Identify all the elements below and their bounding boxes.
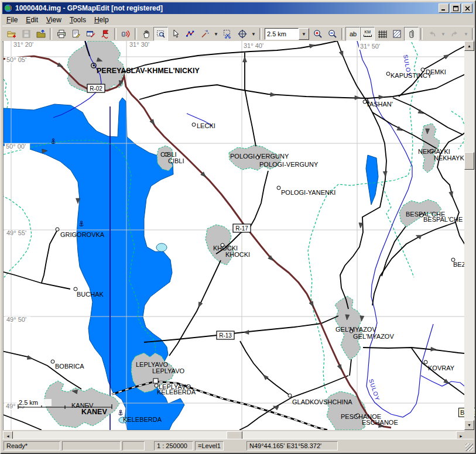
toggle-grid-button[interactable] xyxy=(375,27,389,41)
city-label: DEMKI xyxy=(426,68,446,75)
app-icon xyxy=(4,4,13,13)
menu-view[interactable]: View xyxy=(42,15,66,25)
toolbar-separator xyxy=(472,28,474,40)
status-map-scale: 1 : 250000 xyxy=(154,441,193,450)
undo-dropdown[interactable]: ▼ xyxy=(439,27,447,41)
grid-coordinate-label: 31° 20' xyxy=(13,41,33,48)
zoom-in-button[interactable] xyxy=(310,27,325,41)
city-label: LEPLYAVO xyxy=(152,367,184,374)
toolbar: ▼▼2.5 km▼abKM▼▼ xyxy=(2,26,474,42)
toggle-ruler-button[interactable]: KM xyxy=(360,27,375,41)
redo-dropdown[interactable]: ▼ xyxy=(462,27,470,41)
select-tool-button[interactable] xyxy=(168,27,183,41)
close-map-button[interactable] xyxy=(33,27,48,41)
city-point xyxy=(155,384,158,387)
status-bar: Ready* 1 : 250000 =Level1 N49°44.165' E3… xyxy=(2,439,474,452)
move-map-button[interactable] xyxy=(235,27,249,41)
toolbar-separator xyxy=(420,28,423,40)
status-ready: Ready* xyxy=(4,441,60,450)
city-label: TASHAN' xyxy=(366,101,393,108)
window-title: 10000404.img - GPSMapEdit [not registere… xyxy=(15,4,163,12)
route-flag-button[interactable] xyxy=(98,27,112,41)
edit-header-button[interactable] xyxy=(83,27,98,41)
city-label: KELEBERDA xyxy=(123,416,162,423)
grid-coordinate-label: 31° 40' xyxy=(244,42,263,49)
city-label: POLOGI-VERGUNY xyxy=(230,153,289,160)
scalebar-label: 2.5 km xyxy=(19,399,38,406)
city-point xyxy=(192,123,196,126)
river-label: SULOY xyxy=(368,378,381,401)
map-scale-combo[interactable]: 2.5 km▼ xyxy=(265,28,309,40)
toolbar-separator xyxy=(50,28,52,40)
vertical-scroll-thumb[interactable] xyxy=(464,152,474,170)
city-point xyxy=(424,360,427,364)
zoom-select-tool-button[interactable] xyxy=(153,27,168,41)
city-label: KOVRAY xyxy=(428,364,455,372)
city-label: KANEV xyxy=(81,408,107,416)
pan-tool-button[interactable] xyxy=(139,27,153,41)
city-label: PEREYASLAV-KHMEL'NICKIY xyxy=(97,67,200,75)
menu-bar: FileEditViewToolsHelp xyxy=(2,14,474,26)
toolbar-separator xyxy=(135,28,137,40)
menu-help[interactable]: Help xyxy=(90,15,113,25)
menu-file[interactable]: File xyxy=(2,15,22,25)
road-ref-label: R-13 xyxy=(219,332,232,339)
magic-wand-dropdown[interactable]: ▼ xyxy=(212,27,220,41)
maximize-button[interactable] xyxy=(450,4,461,13)
properties-button[interactable] xyxy=(69,27,83,41)
trim-button[interactable] xyxy=(220,27,235,41)
status-zoom-level: =Level1 xyxy=(195,441,224,450)
city-label: NEKHAYKI xyxy=(434,154,466,161)
city-label: KHOCKI xyxy=(225,251,250,258)
city-label: GLADKOVSHCHINA xyxy=(292,398,352,405)
vertical-scrollbar[interactable]: ▲ ▼ xyxy=(464,41,474,430)
svg-text:ab: ab xyxy=(350,30,357,37)
print-button[interactable] xyxy=(54,27,69,41)
city-point xyxy=(56,228,59,231)
scroll-down-button[interactable]: ▼ xyxy=(464,420,474,430)
city-label: BOBRICA xyxy=(55,363,84,370)
grid-coordinate-label: 49° 55' xyxy=(6,229,26,236)
city-label: KANEV xyxy=(71,402,94,409)
undo-button[interactable] xyxy=(424,27,439,41)
map-image: 31° 20'31° 30'31° 40'31° 50'50° 05'50° 0… xyxy=(4,41,467,430)
city-point xyxy=(421,68,424,71)
grid-coordinate-label: 49° 50' xyxy=(6,316,26,323)
minimize-button[interactable] xyxy=(439,4,449,13)
map-canvas[interactable]: 31° 20'31° 30'31° 40'31° 50'50° 05'50° 0… xyxy=(3,41,467,430)
magic-wand-button[interactable] xyxy=(197,27,212,41)
app-window: 10000404.img - GPSMapEdit [not registere… xyxy=(0,0,476,454)
road-ref-label: R-02 xyxy=(90,85,102,92)
redo-button[interactable] xyxy=(447,27,462,41)
city-label: GRIGOROVKA xyxy=(60,231,105,238)
gps-upload-button[interactable] xyxy=(118,27,133,41)
zoom-out-button[interactable] xyxy=(325,27,340,41)
map-scale-value[interactable]: 2.5 km xyxy=(265,28,299,40)
status-panel-2 xyxy=(62,441,121,450)
toolbar-separator xyxy=(259,28,262,40)
toggle-labels-button[interactable]: ab xyxy=(345,27,360,41)
add-polyline-button[interactable] xyxy=(183,27,197,41)
toggle-hatch-button[interactable] xyxy=(389,27,404,41)
status-panel-3 xyxy=(122,441,145,450)
title-bar[interactable]: 10000404.img - GPSMapEdit [not registere… xyxy=(2,2,474,14)
open-map-button[interactable] xyxy=(4,27,19,41)
city-point xyxy=(51,360,54,363)
city-label: BUCHAK xyxy=(77,291,104,298)
city-label: ESCHANOE xyxy=(362,419,398,426)
grid-coordinate-label: 50° 05' xyxy=(6,56,26,63)
move-map-dropdown[interactable]: ▼ xyxy=(249,27,258,41)
city-label: BESPAL'CHE xyxy=(423,216,463,223)
resize-grip[interactable] xyxy=(465,443,473,451)
toggle-attachments-button[interactable] xyxy=(404,27,419,41)
city-label: GEL'MYAZOV xyxy=(353,333,394,340)
status-cursor-coordinates: N49°44.165' E31°58.372' xyxy=(246,441,338,450)
map-scale-dropdown[interactable]: ▼ xyxy=(299,28,309,40)
save-button[interactable] xyxy=(19,27,33,41)
close-button[interactable] xyxy=(462,4,472,13)
scroll-up-button[interactable]: ▲ xyxy=(464,41,474,51)
menu-tools[interactable]: Tools xyxy=(66,15,90,25)
city-label: KELEBERDA xyxy=(157,388,196,395)
menu-edit[interactable]: Edit xyxy=(22,15,42,25)
city-point xyxy=(386,72,390,75)
